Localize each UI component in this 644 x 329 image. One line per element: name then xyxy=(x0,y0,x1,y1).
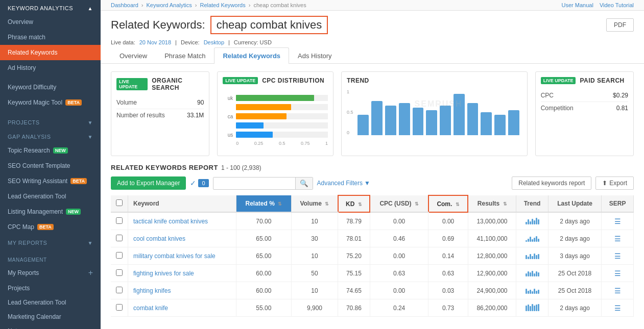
report-section: RELATED KEYWORDS REPORT 1 - 100 (2,938) … xyxy=(111,164,634,317)
keyword-cell: military combat knives for sale xyxy=(128,247,236,265)
trend-y-1: 1 xyxy=(347,89,353,94)
col-results[interactable]: Results ⇅ xyxy=(468,195,516,212)
currency-sep: | xyxy=(228,39,230,45)
row-checkbox-4[interactable] xyxy=(116,287,123,293)
live-data-date[interactable]: 20 Nov 2018 xyxy=(139,39,171,45)
mini-trend-bar-5 xyxy=(536,255,537,259)
sort-icon-com: ⇅ xyxy=(456,202,460,207)
device-value[interactable]: Desktop xyxy=(204,39,224,45)
row-checkbox-1[interactable] xyxy=(116,235,123,241)
serp-icon-4[interactable]: ☰ xyxy=(614,287,621,295)
sidebar-item-keyword-difficulty[interactable]: Keyword Difficulty xyxy=(0,80,101,95)
mini-trend-bar-2 xyxy=(530,272,531,276)
col-com[interactable]: Com. ⇅ xyxy=(428,195,468,212)
table-row: military combat knives for sale 65.00 10… xyxy=(111,247,634,265)
row-checkbox-3[interactable] xyxy=(116,269,123,276)
sidebar-section-keyword-analytics[interactable]: Keyword Analytics ▲ xyxy=(0,0,101,14)
results-value: 33.1M xyxy=(187,112,204,119)
mini-trend-bar-2 xyxy=(530,237,531,242)
sidebar-mgmt-notes[interactable]: Notes xyxy=(0,324,101,329)
sidebar-item-seo-content-template[interactable]: SEO Content Template xyxy=(0,158,101,173)
col-keyword[interactable]: Keyword xyxy=(128,195,236,212)
sidebar-section-gap-analysis[interactable]: Gap Analysis ▼ xyxy=(0,129,101,143)
sidebar-item-cpc-map[interactable]: CPC Map BETA xyxy=(0,219,101,235)
pdf-button[interactable]: PDF xyxy=(606,18,634,32)
sidebar-item-topic-research[interactable]: Topic Research NEW xyxy=(0,143,101,158)
sidebar-item-label: SEO Writing Assistant xyxy=(8,178,67,185)
sidebar-item-listing-management[interactable]: Listing Management NEW xyxy=(0,204,101,219)
mini-trend-bar-3 xyxy=(532,239,533,242)
row-checkbox-cell xyxy=(111,247,128,265)
sidebar-item-related-keywords[interactable]: Related Keywords xyxy=(0,45,101,60)
serp-icon-3[interactable]: ☰ xyxy=(614,269,621,277)
sidebar-item-overview[interactable]: Overview xyxy=(0,14,101,30)
search-wrap[interactable]: 🔍 xyxy=(213,177,313,190)
advanced-filters-button[interactable]: Advanced Filters ▼ xyxy=(317,180,370,187)
col-volume[interactable]: Volume ⇅ xyxy=(291,195,338,212)
add-to-export-manager-button[interactable]: Add to Export Manager xyxy=(111,176,186,190)
sidebar-mgmt-lead-gen[interactable]: Lead Generation Tool xyxy=(0,295,101,310)
tabs: Overview Phrase Match Related Keywords A… xyxy=(101,47,644,64)
breadcrumb-keyword-analytics[interactable]: Keyword Analytics xyxy=(147,2,192,8)
serp-icon-0[interactable]: ☰ xyxy=(614,217,621,225)
volume-cell: 50 xyxy=(291,265,338,282)
keyword-link-4[interactable]: fighting knifes xyxy=(133,287,171,294)
sidebar-section-projects[interactable]: Projects ▼ xyxy=(0,114,101,129)
keyword-link-1[interactable]: cool combat knives xyxy=(133,235,185,242)
tab-overview[interactable]: Overview xyxy=(111,47,156,64)
sidebar-item-seo-writing-assistant[interactable]: SEO Writing Assistant BETA xyxy=(0,173,101,189)
live-badge-cpc: live update xyxy=(223,77,258,84)
col-cpc[interactable]: CPC (USD) ⇅ xyxy=(370,195,428,212)
sidebar-mgmt-marketing[interactable]: Marketing Calendar xyxy=(0,310,101,324)
col-related[interactable]: Related % ⇅ xyxy=(236,195,291,212)
keyword-link-2[interactable]: military combat knives for sale xyxy=(133,252,216,260)
breadcrumb-dashboard[interactable]: Dashboard xyxy=(111,2,138,8)
sidebar-mgmt-projects[interactable]: Projects xyxy=(0,281,101,295)
export-button[interactable]: ⬆ Export xyxy=(595,176,634,190)
chevron-down-icon-filters: ▼ xyxy=(364,180,370,187)
sidebar-section-my-reports[interactable]: My Reports ▼ xyxy=(0,235,101,249)
breadcrumb-related-keywords[interactable]: Related Keywords xyxy=(200,2,245,8)
serp-icon-2[interactable]: ☰ xyxy=(614,252,621,260)
table-row: fighting knives for sale 60.00 50 75.15 … xyxy=(111,265,634,282)
keyword-link-5[interactable]: combat knife xyxy=(133,305,168,312)
page-title-area: Related Keywords: cheap combat knives xyxy=(111,16,328,34)
cpc-label: CPC xyxy=(541,92,554,99)
breadcrumb-sep-2: › xyxy=(195,2,197,8)
trend-mini-4 xyxy=(526,286,539,294)
keyword-link-3[interactable]: fighting knives for sale xyxy=(133,270,194,277)
row-checkbox-5[interactable] xyxy=(116,304,123,311)
chevron-up-icon: ▲ xyxy=(88,6,93,11)
col-kd[interactable]: KD ⇅ xyxy=(338,195,370,212)
sidebar-mgmt-my-reports[interactable]: My Reports + xyxy=(0,265,101,281)
search-input[interactable] xyxy=(213,178,295,189)
related-keywords-report-button[interactable]: Related keywords report xyxy=(512,176,591,190)
breadcrumb-video-tutorial[interactable]: Video Tutorial xyxy=(600,2,634,8)
mini-trend-bar-1 xyxy=(528,219,529,224)
row-checkbox-0[interactable] xyxy=(116,217,123,224)
col-results-label: Results xyxy=(478,200,499,207)
col-trend-label: Trend xyxy=(524,200,541,207)
select-all-checkbox[interactable] xyxy=(116,199,123,206)
com-cell: 0.63 xyxy=(428,265,468,282)
keyword-link-0[interactable]: tactical knife combat knives xyxy=(133,218,208,225)
sidebar-item-lead-generation-tool[interactable]: Lead Generation Tool xyxy=(0,189,101,204)
tab-ads-history[interactable]: Ads History xyxy=(289,47,340,64)
check-count-wrap: ✓ 0 xyxy=(190,179,208,187)
serp-icon-1[interactable]: ☰ xyxy=(614,235,621,243)
trend-cell xyxy=(516,299,548,317)
tab-related-keywords[interactable]: Related Keywords xyxy=(214,47,289,64)
trend-card: TREND 1 0.5 0 SEMRUSH xyxy=(341,71,528,156)
mini-trend-bar-4 xyxy=(534,220,535,224)
sidebar-mgmt-label: Projects xyxy=(8,285,30,292)
sidebar-item-keyword-magic-tool[interactable]: Keyword Magic Tool BETA xyxy=(0,95,101,110)
breadcrumb-user-manual[interactable]: User Manual xyxy=(562,2,593,8)
sidebar-item-phrase-match[interactable]: Phrase match xyxy=(0,30,101,45)
tab-phrase-match[interactable]: Phrase Match xyxy=(156,47,214,64)
beta-badge: BETA xyxy=(65,99,82,106)
row-checkbox-2[interactable] xyxy=(116,252,123,259)
sidebar-item-ad-history[interactable]: Ad History xyxy=(0,60,101,75)
search-button[interactable]: 🔍 xyxy=(295,178,313,189)
serp-icon-5[interactable]: ☰ xyxy=(614,304,621,312)
cpc-bar-fill-2 xyxy=(236,104,291,110)
